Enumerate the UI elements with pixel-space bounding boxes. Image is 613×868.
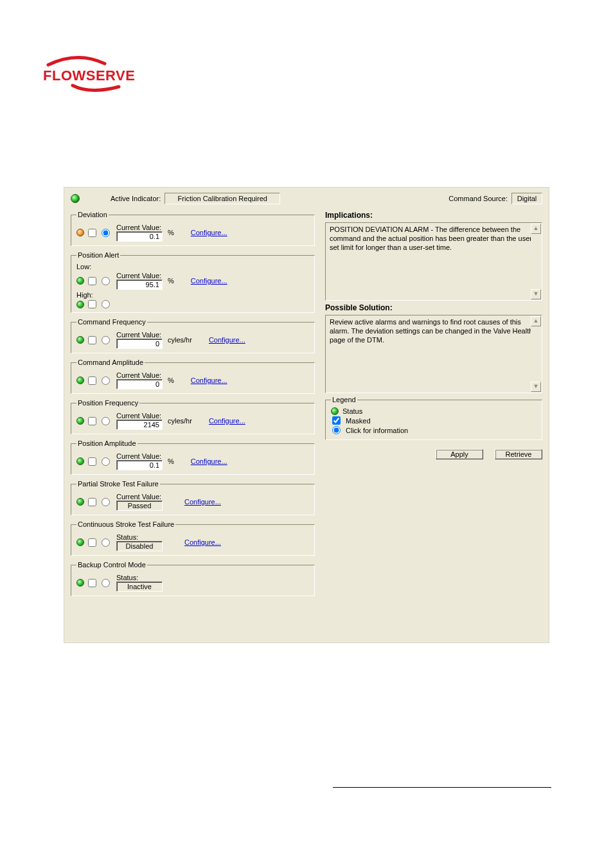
implications-text: POSITION DEVIATION ALARM - The differenc… xyxy=(330,226,535,251)
pa-low-mask-checkbox[interactable] xyxy=(88,277,96,285)
pst-status-led xyxy=(76,498,84,506)
cmdamp-info-radio[interactable] xyxy=(102,376,110,385)
posamp-info-radio[interactable] xyxy=(102,457,110,466)
position-alert-group: Position Alert Low: Current Value: % Con… xyxy=(71,251,315,313)
posfreq-status-led xyxy=(76,417,84,425)
cmdfreq-info-radio[interactable] xyxy=(102,336,110,344)
cmdamp-mask-checkbox[interactable] xyxy=(88,376,96,385)
pa-high-status-led xyxy=(76,301,84,308)
posfreq-cv-label: Current Value: xyxy=(116,412,163,420)
cmdamp-cv-label: Current Value: xyxy=(116,371,163,379)
retrieve-button[interactable]: Retrieve xyxy=(495,449,542,459)
main-panel: Active Indicator: Friction Calibration R… xyxy=(64,187,549,643)
deviation-info-radio[interactable] xyxy=(102,229,110,237)
deviation-configure-link[interactable]: Configure... xyxy=(191,229,227,236)
backup-info-radio[interactable] xyxy=(102,579,110,587)
backup-status-led xyxy=(76,579,84,587)
legend-masked-checkbox[interactable] xyxy=(332,416,341,425)
backup-status-label: Status: xyxy=(116,574,163,581)
deviation-value-input[interactable] xyxy=(116,231,163,242)
position-frequency-group: Position Frequency Current Value: cyles/… xyxy=(71,399,315,434)
global-status-led xyxy=(71,194,80,203)
cmdfreq-title: Command Frequency xyxy=(76,318,147,326)
position-amplitude-group: Position Amplitude Current Value: % Conf… xyxy=(71,439,315,475)
solution-text-pane: Review active alarms and warnings to fin… xyxy=(325,315,542,393)
cmdfreq-configure-link[interactable]: Configure... xyxy=(209,336,245,344)
legend-status-led xyxy=(331,407,339,415)
posfreq-mask-checkbox[interactable] xyxy=(88,417,96,425)
command-source-value: Digital xyxy=(511,193,542,204)
cmdfreq-status-led xyxy=(76,336,84,344)
legend-info-label: Click for information xyxy=(346,427,408,434)
cmdamp-status-led xyxy=(76,376,84,384)
pst-cv-label: Current Value: xyxy=(116,493,163,500)
posfreq-info-radio[interactable] xyxy=(102,417,110,425)
cst-title: Continuous Stroke Test Failure xyxy=(76,520,175,528)
command-source-label: Command Source: xyxy=(449,195,508,202)
scroll-down-icon[interactable]: ▼ xyxy=(531,382,541,392)
implications-text-pane: POSITION DEVIATION ALARM - The differenc… xyxy=(325,222,542,301)
legend-masked-label: Masked xyxy=(346,417,371,425)
pst-title: Partial Stroke Test Failure xyxy=(76,480,160,488)
pst-configure-link[interactable]: Configure... xyxy=(184,498,221,506)
legend-group: Legend Status Masked Click for informati… xyxy=(325,396,542,440)
posamp-cv-label: Current Value: xyxy=(116,452,163,460)
backup-mask-checkbox[interactable] xyxy=(88,579,96,587)
pa-cv-label: Current Value: xyxy=(116,272,163,279)
cst-configure-link[interactable]: Configure... xyxy=(184,538,221,546)
deviation-unit: % xyxy=(168,229,174,236)
pa-high-info-radio[interactable] xyxy=(102,300,110,308)
pa-low-label: Low: xyxy=(76,263,309,270)
deviation-cv-label: Current Value: xyxy=(116,224,163,231)
cmdfreq-cv-label: Current Value: xyxy=(116,331,163,339)
command-amplitude-group: Command Amplitude Current Value: % Confi… xyxy=(71,359,315,394)
posamp-unit: % xyxy=(168,457,174,465)
posfreq-value-input[interactable] xyxy=(116,420,163,430)
posamp-mask-checkbox[interactable] xyxy=(88,457,96,466)
scroll-up-icon[interactable]: ▲ xyxy=(531,224,541,234)
pa-low-status-led xyxy=(76,277,84,285)
active-indicator-value: Friction Calibration Required xyxy=(164,193,280,204)
pa-low-info-radio[interactable] xyxy=(102,277,110,285)
posamp-value-input[interactable] xyxy=(116,460,163,470)
position-alert-title: Position Alert xyxy=(76,251,120,259)
posfreq-configure-link[interactable]: Configure... xyxy=(209,417,245,425)
implications-scrollbar[interactable]: ▲ ▼ xyxy=(531,224,541,299)
cst-failure-group: Continuous Stroke Test Failure Status: C… xyxy=(71,520,315,556)
deviation-status-led xyxy=(76,229,84,236)
cmdamp-configure-link[interactable]: Configure... xyxy=(191,376,227,384)
command-frequency-group: Command Frequency Current Value: cyles/h… xyxy=(71,318,315,353)
deviation-mask-checkbox[interactable] xyxy=(88,229,96,237)
pa-value-input[interactable] xyxy=(116,279,163,290)
solution-heading: Possible Solution: xyxy=(325,303,542,312)
cmdfreq-value-input[interactable] xyxy=(116,339,163,349)
cmdfreq-unit: cyles/hr xyxy=(168,336,192,344)
pst-failure-group: Partial Stroke Test Failure Current Valu… xyxy=(71,480,315,515)
scroll-up-icon[interactable]: ▲ xyxy=(531,316,541,326)
apply-button[interactable]: Apply xyxy=(436,449,483,459)
scroll-down-icon[interactable]: ▼ xyxy=(531,289,541,299)
cst-status-label: Status: xyxy=(116,533,163,541)
footer-divider xyxy=(333,787,551,788)
cst-mask-checkbox[interactable] xyxy=(88,538,96,547)
legend-status-label: Status xyxy=(342,407,362,415)
cmdamp-unit: % xyxy=(168,376,174,384)
pa-unit: % xyxy=(168,277,174,285)
posamp-configure-link[interactable]: Configure... xyxy=(191,457,227,465)
pa-high-mask-checkbox[interactable] xyxy=(88,300,96,308)
solution-scrollbar[interactable]: ▲ ▼ xyxy=(531,316,541,392)
active-indicator-label: Active Indicator: xyxy=(111,195,161,202)
cmdfreq-mask-checkbox[interactable] xyxy=(88,336,96,344)
posamp-title: Position Amplitude xyxy=(76,439,138,447)
pst-info-radio[interactable] xyxy=(102,498,110,506)
cmdamp-value-input[interactable] xyxy=(116,379,163,389)
flowserve-logo: FLOWSERVE xyxy=(42,55,138,94)
legend-info-radio[interactable] xyxy=(332,426,341,434)
cst-info-radio[interactable] xyxy=(102,538,110,547)
pst-mask-checkbox[interactable] xyxy=(88,498,96,506)
deviation-title: Deviation xyxy=(76,211,109,218)
cst-value-input xyxy=(116,541,163,551)
cst-status-led xyxy=(76,538,84,546)
solution-text: Review active alarms and warnings to fin… xyxy=(330,318,533,344)
pa-configure-link[interactable]: Configure... xyxy=(191,277,227,285)
